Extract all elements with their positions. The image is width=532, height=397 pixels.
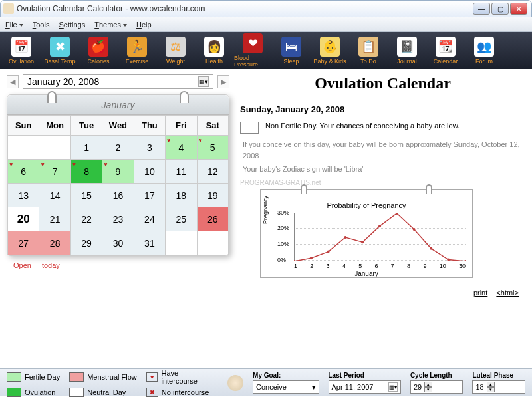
- toolbar-baby-kids[interactable]: 👶Baby & Kids: [311, 33, 348, 68]
- no-legend-label: No intercourse: [162, 388, 209, 396]
- calendar-day[interactable]: 10: [134, 160, 165, 184]
- open-link[interactable]: Open: [13, 261, 31, 269]
- basal-temp-icon: ✖: [50, 37, 70, 57]
- fertile-legend-label: Fertile Day: [25, 373, 60, 381]
- toolbar-exercise[interactable]: 🏃Exercise: [118, 33, 156, 68]
- menu-file[interactable]: File: [5, 21, 23, 29]
- menu-settings[interactable]: Settings: [59, 21, 85, 29]
- calendar-day[interactable]: ♥5: [197, 136, 228, 160]
- ring-icon: [47, 91, 57, 103]
- calendar-day[interactable]: 1: [70, 136, 102, 160]
- app-icon: [3, 3, 14, 14]
- calendar-day[interactable]: 16: [102, 184, 134, 207]
- calendar-day[interactable]: 23: [102, 207, 134, 231]
- toolbar-calories[interactable]: 🍎Calories: [80, 33, 117, 68]
- toolbar-forum[interactable]: 👥Forum: [466, 33, 503, 68]
- heart-icon: ♥: [146, 372, 158, 382]
- calendar-day[interactable]: ♥6: [8, 160, 39, 184]
- watermark-text: PROGRAMAS-GRATIS.net: [240, 179, 525, 186]
- calendar-day[interactable]: 11: [166, 160, 197, 184]
- last-period-input[interactable]: Apr 11, 2007▦▾: [329, 380, 401, 394]
- toolbar-sleep[interactable]: 🛏Sleep: [273, 33, 310, 68]
- calendar-day[interactable]: ♥4: [166, 136, 197, 160]
- calories-icon: 🍎: [88, 37, 108, 57]
- ovulation-legend-label: Ovulation: [25, 388, 55, 396]
- month-calendar: January SunMonTueWedThuFriSat123♥4♥5♥6♥7…: [7, 94, 229, 256]
- calendar-day[interactable]: 18: [166, 184, 197, 207]
- luteal-phase-input[interactable]: 18▴▾: [472, 380, 525, 394]
- calendar-day[interactable]: ♥7: [39, 160, 70, 184]
- next-day-button[interactable]: ▶: [217, 75, 229, 88]
- toolbar-basal-temp[interactable]: ✖Basal Temp: [41, 33, 78, 68]
- calendar-day: [8, 136, 39, 160]
- dow-header: Wed: [102, 116, 134, 136]
- ytick-label: 30%: [277, 209, 289, 216]
- dow-header: Fri: [166, 116, 197, 136]
- dow-header: Sun: [8, 116, 39, 136]
- calendar-day[interactable]: 26: [197, 207, 228, 231]
- svg-point-8: [430, 247, 432, 249]
- close-button[interactable]: ✕: [510, 3, 527, 15]
- svg-point-9: [447, 258, 450, 261]
- maximize-button[interactable]: ▢: [491, 3, 509, 15]
- toolbar-journal[interactable]: 📓Journal: [388, 33, 426, 68]
- calendar-day[interactable]: 2: [102, 136, 134, 160]
- calendar-day[interactable]: 13: [8, 184, 39, 207]
- toolbar-weight[interactable]: ⚖Weight: [157, 33, 194, 68]
- svg-point-5: [378, 225, 381, 227]
- prev-day-button[interactable]: ◀: [7, 75, 19, 88]
- ytick-label: 20%: [277, 225, 289, 231]
- ring-icon: [301, 184, 307, 194]
- calendar-day[interactable]: 29: [70, 231, 102, 255]
- calendar-day[interactable]: 22: [70, 207, 102, 231]
- calendar-day[interactable]: 28: [39, 231, 70, 255]
- calendar-day[interactable]: 3: [134, 136, 165, 160]
- calendar-day[interactable]: 25: [166, 207, 197, 231]
- html-link[interactable]: <html>: [496, 289, 519, 297]
- goal-select[interactable]: Conceive: [253, 380, 319, 394]
- date-picker-value: January 20, 2008: [27, 76, 99, 87]
- neutral-legend-swatch: [69, 388, 84, 397]
- heart-icon: ♥: [104, 161, 107, 168]
- today-link[interactable]: today: [42, 261, 60, 269]
- ring-icon: [426, 184, 432, 194]
- calendar-day[interactable]: 15: [70, 184, 102, 207]
- calendar-day[interactable]: 27: [8, 231, 39, 255]
- menu-tools[interactable]: Tools: [33, 21, 50, 29]
- blood-pressure-icon: ❤: [243, 33, 263, 53]
- calendar-day[interactable]: 30: [102, 231, 134, 255]
- calendar-dropdown-icon[interactable]: ▦▾: [388, 382, 398, 392]
- spinner-icon[interactable]: ▴▾: [487, 382, 495, 392]
- cycle-length-input[interactable]: 29▴▾: [410, 380, 464, 394]
- window-titlebar: Ovulation Calendar Calculator - www.ovca…: [0, 0, 532, 17]
- calendar-dropdown-icon[interactable]: ▦▾: [198, 76, 209, 87]
- toolbar-to-do[interactable]: 📋To Do: [350, 33, 387, 68]
- toolbar-calendar[interactable]: 📆Calendar: [427, 33, 464, 68]
- calendar-day[interactable]: 21: [39, 207, 70, 231]
- print-link[interactable]: print: [473, 289, 487, 297]
- calendar-day[interactable]: 24: [134, 207, 165, 231]
- calendar-day[interactable]: 19: [197, 184, 228, 207]
- calendar-day[interactable]: 12: [197, 160, 228, 184]
- toolbar-health[interactable]: 👩Health: [196, 33, 233, 68]
- health-icon: 👩: [204, 37, 224, 57]
- calendar-day[interactable]: 14: [39, 184, 70, 207]
- calendar-day: [197, 231, 228, 255]
- dow-header: Thu: [134, 116, 165, 136]
- chart-ylabel: Pregnancy: [262, 195, 269, 223]
- menu-help[interactable]: Help: [136, 21, 152, 29]
- minimize-button[interactable]: —: [473, 3, 490, 15]
- calendar-day[interactable]: 20: [8, 207, 39, 231]
- calendar-day[interactable]: ♥8: [70, 160, 102, 184]
- toolbar-ovulation[interactable]: 📅Ovulation: [3, 33, 40, 68]
- sleep-icon: 🛏: [281, 37, 301, 57]
- calendar-day[interactable]: ♥9: [102, 160, 134, 184]
- neutral-legend-label: Neutral Day: [87, 388, 126, 396]
- spinner-icon[interactable]: ▴▾: [424, 382, 432, 392]
- calendar-day[interactable]: 31: [134, 231, 165, 255]
- calendar-day[interactable]: 17: [134, 184, 165, 207]
- date-picker[interactable]: January 20, 2008 ▦▾: [23, 74, 213, 89]
- baby-kids-icon: 👶: [320, 37, 340, 57]
- toolbar-blood-pressure[interactable]: ❤Blood Pressure: [234, 33, 271, 68]
- menu-themes[interactable]: Themes: [94, 21, 127, 29]
